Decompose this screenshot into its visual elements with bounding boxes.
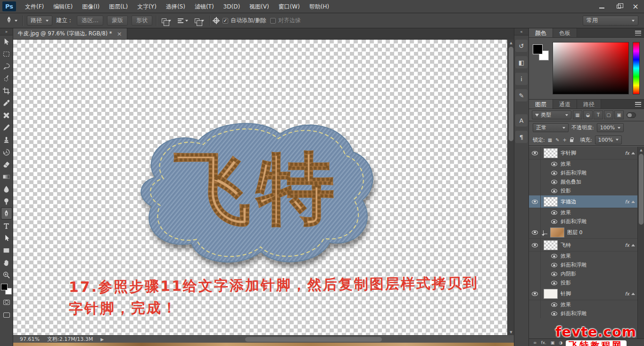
lasso-tool[interactable] — [1, 60, 12, 72]
effect-visibility-toggle[interactable] — [551, 171, 557, 175]
layer-row[interactable]: 图层 0 — [529, 226, 637, 239]
saturation-brightness-field[interactable] — [553, 42, 629, 94]
effect-row[interactable]: 投影 — [529, 186, 637, 195]
screen-mode-button[interactable] — [1, 310, 12, 320]
menubar-item[interactable]: 编辑(E) — [49, 0, 77, 13]
effect-visibility-toggle[interactable] — [551, 162, 557, 166]
clone-stamp-tool[interactable] — [1, 134, 12, 146]
scroll-up-icon[interactable]: ▲ — [638, 147, 644, 153]
blur-tool[interactable] — [1, 183, 12, 195]
history-brush-tool[interactable] — [1, 146, 12, 158]
tab-color[interactable]: 颜色 — [529, 28, 553, 37]
brush-presets-panel-icon[interactable]: ✎ — [515, 89, 528, 101]
document-tab[interactable]: 牛皮.jpg @ 97.6% (字描边, RGB/8) * × — [13, 28, 127, 39]
hand-tool[interactable] — [1, 256, 12, 269]
layer-mask-icon[interactable]: ▣ — [551, 340, 555, 345]
effect-visibility-toggle[interactable] — [551, 312, 557, 316]
layer-style-icon[interactable]: fx. — [541, 340, 546, 345]
layer-row[interactable]: 字针脚fx — [529, 147, 637, 160]
layer-thumbnail[interactable] — [544, 197, 558, 207]
effect-name[interactable]: 投影 — [561, 187, 571, 194]
layer-visibility-toggle[interactable] — [529, 226, 541, 238]
horizontal-scroll-thumb[interactable] — [245, 337, 382, 342]
menubar-item[interactable]: 窗口(W) — [274, 0, 305, 13]
effect-row[interactable]: 投影 — [529, 278, 637, 287]
layer-visibility-toggle[interactable] — [529, 239, 541, 251]
menubar-item[interactable]: 帮助(H) — [305, 0, 334, 13]
panel-menu-icon[interactable] — [635, 31, 641, 35]
effect-visibility-toggle[interactable] — [551, 219, 557, 224]
tab-paths[interactable]: 路径 — [577, 100, 601, 109]
layer-row[interactable]: 针脚fx — [529, 287, 637, 300]
scroll-up-icon[interactable]: ▲ — [508, 40, 514, 46]
layer-thumbnail[interactable] — [544, 240, 558, 250]
fill-dropdown[interactable]: 100% — [595, 135, 622, 144]
layer-row[interactable]: 字描边fx — [529, 195, 637, 208]
effect-name[interactable]: 投影 — [561, 279, 571, 287]
effect-visibility-toggle[interactable] — [551, 180, 557, 184]
path-selection-tool[interactable] — [1, 232, 12, 244]
layer-filter-toggle[interactable] — [627, 112, 636, 118]
hue-ramp[interactable] — [633, 42, 640, 94]
layer-name[interactable]: 针脚 — [561, 290, 625, 297]
status-menu-arrow-icon[interactable]: ▶ — [100, 337, 104, 342]
zoom-tool[interactable] — [1, 269, 12, 281]
panel-menu-icon[interactable] — [635, 102, 641, 107]
pixel-filter-icon[interactable]: ▦ — [573, 110, 582, 119]
minimize-button[interactable] — [593, 0, 610, 13]
dodge-tool[interactable] — [1, 195, 12, 207]
effects-group-row[interactable]: 效果 — [529, 300, 637, 309]
shape-filter-icon[interactable]: ▢ — [604, 110, 613, 119]
tab-channels[interactable]: 通道 — [553, 100, 577, 109]
quick-mask-button[interactable] — [1, 297, 12, 307]
filter-type-dropdown[interactable]: 类型 — [532, 110, 571, 119]
layer-name[interactable]: 图层 0 — [567, 229, 637, 236]
chevron-up-icon[interactable] — [631, 152, 635, 154]
make-mask-button[interactable]: 蒙版 — [107, 16, 128, 25]
effect-visibility-toggle[interactable] — [551, 272, 557, 276]
align-edges-checkbox[interactable]: 对齐边缘 — [270, 17, 301, 25]
eyedropper-tool[interactable] — [1, 97, 12, 109]
layers-scroll-thumb[interactable] — [639, 154, 644, 225]
effect-row[interactable]: 斜面和浮雕 — [529, 217, 637, 226]
layer-name[interactable]: 飞特 — [561, 242, 625, 249]
pen-tool[interactable] — [1, 207, 12, 219]
effect-name[interactable]: 斜面和浮雕 — [561, 262, 586, 269]
layer-thumbnail[interactable] — [544, 289, 558, 299]
crop-tool[interactable] — [1, 84, 12, 97]
menubar-item[interactable]: 文字(Y) — [132, 0, 161, 13]
spot-healing-tool[interactable] — [1, 109, 12, 121]
paragraph-panel-icon[interactable]: ¶ — [515, 131, 528, 143]
make-shape-button[interactable]: 形状 — [132, 16, 152, 25]
dock-collapse-button[interactable]: « — [514, 28, 528, 35]
opacity-dropdown[interactable]: 100% — [597, 123, 624, 132]
brush-tool[interactable] — [1, 121, 12, 134]
canvas-vertical-scrollbar[interactable]: ▲ ▼ — [507, 40, 514, 335]
effect-visibility-toggle[interactable] — [551, 254, 557, 258]
effect-row[interactable]: 斜面和浮雕 — [529, 261, 637, 270]
menubar-item[interactable]: 文件(F) — [20, 0, 49, 13]
menubar-item[interactable]: 视图(V) — [245, 0, 274, 13]
path-arrangement-dropdown[interactable] — [193, 17, 206, 24]
quick-selection-tool[interactable] — [1, 72, 12, 84]
layer-row[interactable]: 飞特fx — [529, 239, 637, 252]
effect-row[interactable]: 斜面和浮雕 — [529, 169, 637, 177]
path-alignment-dropdown[interactable] — [176, 17, 190, 24]
scroll-down-icon[interactable]: ▼ — [508, 329, 514, 335]
layer-fx-badge[interactable]: fx — [625, 243, 637, 248]
restore-button[interactable] — [610, 0, 627, 13]
effect-name[interactable]: 效果 — [561, 209, 571, 216]
workspace-dropdown[interactable]: 常用 — [583, 16, 638, 25]
history-panel-icon[interactable]: ↺ — [515, 40, 528, 52]
effect-name[interactable]: 斜面和浮雕 — [561, 169, 586, 177]
smart-object-filter-icon[interactable]: ▣ — [614, 110, 624, 119]
tab-layers[interactable]: 图层 — [529, 100, 553, 109]
effects-group-row[interactable]: 效果 — [529, 208, 637, 217]
layer-name[interactable]: 字描边 — [561, 198, 625, 205]
zoom-level[interactable]: 97.61% — [20, 336, 40, 342]
tab-swatches[interactable]: 色板 — [553, 28, 577, 37]
move-tool[interactable] — [1, 35, 12, 48]
foreground-background-swatches[interactable] — [1, 284, 12, 295]
layer-visibility-toggle[interactable] — [529, 147, 541, 159]
lock-all-icon[interactable] — [570, 139, 573, 142]
